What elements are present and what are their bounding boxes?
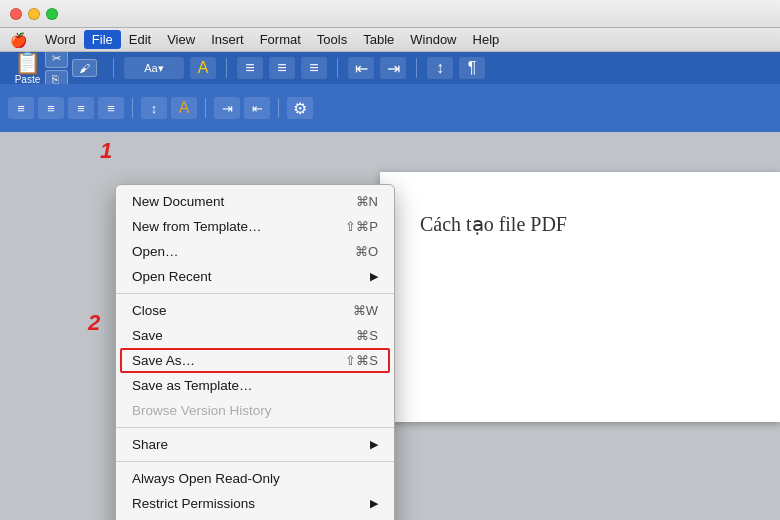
- step-1-label: 1: [100, 138, 112, 164]
- align-center-button[interactable]: ≡: [38, 97, 64, 119]
- ribbon-divider-4: [416, 58, 417, 78]
- menu-share-label: Share: [132, 437, 168, 452]
- pilcrow-button[interactable]: ¶: [459, 57, 485, 79]
- menu-new-document[interactable]: New Document ⌘N: [116, 189, 394, 214]
- menu-new-document-label: New Document: [132, 194, 224, 209]
- ribbon-divider-7: [278, 98, 279, 118]
- menu-format[interactable]: Format: [252, 30, 309, 49]
- menu-open-shortcut: ⌘O: [355, 244, 378, 259]
- ribbon-divider-6: [205, 98, 206, 118]
- indent2-button[interactable]: ⇥: [214, 97, 240, 119]
- sort-button[interactable]: ↕: [427, 57, 453, 79]
- menu-table[interactable]: Table: [355, 30, 402, 49]
- align-left-button[interactable]: ≡: [8, 97, 34, 119]
- restrict-arrow-icon: ▶: [370, 497, 378, 510]
- separator-3: [116, 461, 394, 462]
- menu-save-as-label: Save As…: [132, 353, 195, 368]
- align-right-button[interactable]: ≡: [68, 97, 94, 119]
- document-area: Cách tạo file PDF: [380, 132, 780, 520]
- menu-open[interactable]: Open… ⌘O: [116, 239, 394, 264]
- menu-always-read-only[interactable]: Always Open Read-Only: [116, 466, 394, 491]
- menu-close-label: Close: [132, 303, 167, 318]
- step-2-label: 2: [88, 310, 100, 336]
- ribbon: 📋 Paste ✂ ⎘ 🖌 Aa▾ A ≡ ≡ ≡ ⇤ ⇥ ↕ ¶: [0, 52, 780, 132]
- menu-file[interactable]: File: [84, 30, 121, 49]
- menu-tools[interactable]: Tools: [309, 30, 355, 49]
- line-spacing-button[interactable]: ↕: [141, 97, 167, 119]
- menu-restrict-label: Restrict Permissions: [132, 496, 255, 511]
- menu-open-recent-label: Open Recent: [132, 269, 212, 284]
- menu-browse-versions-label: Browse Version History: [132, 403, 272, 418]
- font-size-button[interactable]: Aa▾: [124, 57, 184, 79]
- menu-view[interactable]: View: [159, 30, 203, 49]
- menu-bar: 🍎 Word File Edit View Insert Format Tool…: [0, 28, 780, 52]
- close-button[interactable]: [10, 8, 22, 20]
- color-button[interactable]: A: [171, 97, 197, 119]
- indent-button[interactable]: ≡: [301, 57, 327, 79]
- share-arrow-icon: ▶: [370, 438, 378, 451]
- menu-share[interactable]: Share ▶: [116, 432, 394, 457]
- menu-restrict-permissions[interactable]: Restrict Permissions ▶: [116, 491, 394, 516]
- app-window: 🍎 Word File Edit View Insert Format Tool…: [0, 0, 780, 520]
- file-dropdown-menu: New Document ⌘N New from Template… ⇧⌘P O…: [115, 184, 395, 520]
- document-page: Cách tạo file PDF: [380, 172, 780, 422]
- bullets-button[interactable]: ≡: [237, 57, 263, 79]
- indent-left-button[interactable]: ⇤: [348, 57, 374, 79]
- menu-save-as-shortcut: ⇧⌘S: [345, 353, 378, 368]
- menu-close[interactable]: Close ⌘W: [116, 298, 394, 323]
- minimize-button[interactable]: [28, 8, 40, 20]
- menu-browse-versions: Browse Version History: [116, 398, 394, 423]
- menu-save-shortcut: ⌘S: [356, 328, 378, 343]
- dropdown-container: New Document ⌘N New from Template… ⇧⌘P O…: [115, 184, 395, 520]
- menu-save-as[interactable]: Save As… ⇧⌘S: [116, 348, 394, 373]
- menu-word[interactable]: Word: [37, 30, 84, 49]
- menu-close-shortcut: ⌘W: [353, 303, 378, 318]
- more-button[interactable]: ⚙: [287, 97, 313, 119]
- ribbon-divider-2: [226, 58, 227, 78]
- open-recent-arrow-icon: ▶: [370, 270, 378, 283]
- menu-open-label: Open…: [132, 244, 179, 259]
- numbering-button[interactable]: ≡: [269, 57, 295, 79]
- menu-save[interactable]: Save ⌘S: [116, 323, 394, 348]
- apple-menu[interactable]: 🍎: [0, 32, 37, 48]
- menu-save-as-template[interactable]: Save as Template…: [116, 373, 394, 398]
- main-area: 1 2 New Document ⌘N New from Template… ⇧…: [0, 132, 780, 520]
- menu-save-template-label: Save as Template…: [132, 378, 253, 393]
- ribbon-divider-5: [132, 98, 133, 118]
- title-bar: [0, 0, 780, 28]
- menu-new-from-template[interactable]: New from Template… ⇧⌘P: [116, 214, 394, 239]
- menu-new-template-shortcut: ⇧⌘P: [345, 219, 378, 234]
- document-main-text: Cách tạo file PDF: [420, 212, 740, 236]
- highlight-button[interactable]: A: [190, 57, 216, 79]
- paste-button[interactable]: 📋 Paste: [14, 52, 41, 85]
- menu-new-template-label: New from Template…: [132, 219, 262, 234]
- outdent-button[interactable]: ⇤: [244, 97, 270, 119]
- menu-always-read-only-label: Always Open Read-Only: [132, 471, 280, 486]
- menu-edit[interactable]: Edit: [121, 30, 159, 49]
- maximize-button[interactable]: [46, 8, 58, 20]
- menu-save-label: Save: [132, 328, 163, 343]
- menu-new-document-shortcut: ⌘N: [356, 194, 378, 209]
- traffic-lights: [0, 8, 58, 20]
- separator-1: [116, 293, 394, 294]
- ribbon-top: 📋 Paste ✂ ⎘ 🖌 Aa▾ A ≡ ≡ ≡ ⇤ ⇥ ↕ ¶: [0, 52, 780, 84]
- indent-right-button[interactable]: ⇥: [380, 57, 406, 79]
- paste-label: Paste: [15, 74, 41, 85]
- menu-window[interactable]: Window: [402, 30, 464, 49]
- menu-insert[interactable]: Insert: [203, 30, 252, 49]
- ribbon-bottom: ≡ ≡ ≡ ≡ ↕ A ⇥ ⇤ ⚙: [0, 84, 780, 132]
- separator-2: [116, 427, 394, 428]
- align-justify-button[interactable]: ≡: [98, 97, 124, 119]
- menu-help[interactable]: Help: [465, 30, 508, 49]
- paste-icon: 📋: [14, 52, 41, 74]
- format-painter-button[interactable]: 🖌: [72, 59, 97, 77]
- ribbon-divider-3: [337, 58, 338, 78]
- ribbon-divider-1: [113, 58, 114, 78]
- menu-open-recent[interactable]: Open Recent ▶: [116, 264, 394, 289]
